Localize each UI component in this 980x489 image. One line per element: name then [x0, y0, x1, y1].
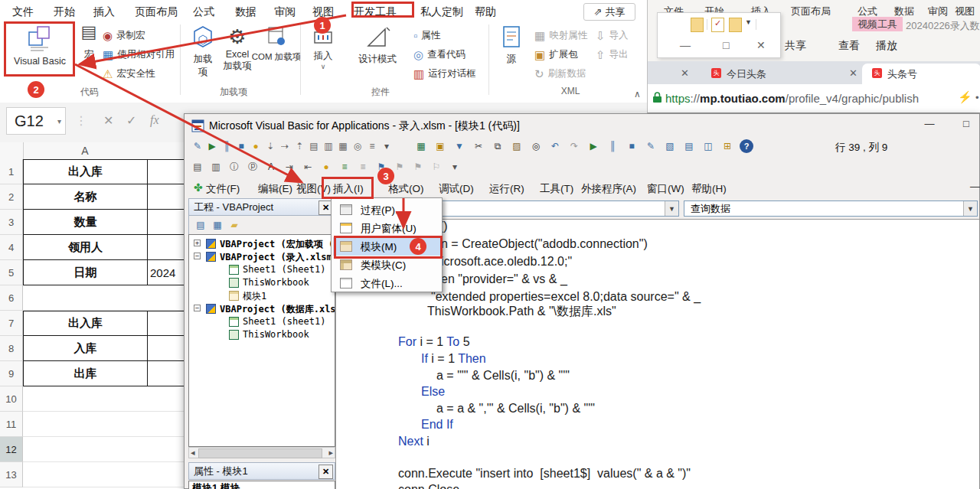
vba-toolbar-indent-icon[interactable]: ⇥	[283, 160, 296, 174]
video-tools-tab[interactable]: 视频工具	[852, 17, 903, 31]
vba-toolbar-design-mode-icon[interactable]: ✎	[644, 139, 658, 153]
vba-menu-run[interactable]: 运行(R)	[489, 182, 524, 196]
properties-panel-header[interactable]: 属性 - 模块1 ✕	[188, 462, 335, 480]
project-item-1[interactable]: −VBAProject (录入.xlsm)	[189, 250, 335, 263]
bg-app-tab-review[interactable]: 审阅	[928, 5, 948, 18]
vba-toolbar-complete-word-icon[interactable]: A	[264, 160, 278, 174]
excel-tab-custom[interactable]: 私人定制	[420, 5, 463, 19]
excel-tab-insert[interactable]: 插入	[93, 5, 115, 19]
maximize-icon[interactable]: □	[956, 118, 976, 133]
excel-tab-developer[interactable]: 开发工具	[354, 5, 397, 19]
cell-A9[interactable]: 出库	[23, 361, 148, 386]
share-button[interactable]: ⇗ 共享	[583, 3, 635, 21]
vba-toolbar-step-out-icon[interactable]: ⇡	[292, 139, 306, 153]
visual-basic-button[interactable]: Visual Basic	[5, 23, 75, 77]
row-header[interactable]: 5	[0, 260, 23, 285]
vba-menu-file[interactable]: 文件(F)	[206, 182, 240, 196]
cell-A10[interactable]	[23, 386, 148, 412]
vba-toolbar-view-code-icon[interactable]: ▤	[194, 218, 207, 232]
excel-tab-file[interactable]: 文件	[12, 5, 34, 19]
design-mode-button[interactable]: 设计模式	[346, 24, 409, 66]
vba-toolbar-view-object-icon[interactable]: ▦	[211, 218, 224, 232]
vba-toolbar-list-constants-icon[interactable]: ▥	[209, 160, 223, 174]
vba-menu-tools[interactable]: 工具(T)	[540, 182, 573, 196]
insert-menu-item-class-module[interactable]: 类模块(C)	[333, 256, 440, 274]
vba-toolbar-uncomment-block-icon[interactable]: ≡	[356, 160, 370, 174]
row-header[interactable]: 11	[0, 412, 23, 437]
select-all-corner[interactable]	[0, 142, 24, 159]
row-header[interactable]: 3	[0, 210, 23, 235]
vba-menu-debug[interactable]: 调试(D)	[439, 182, 474, 196]
cell-A6[interactable]	[23, 285, 148, 311]
view-code-button[interactable]: ◎ 查看代码	[413, 48, 466, 61]
expander-icon[interactable]: +	[194, 240, 201, 246]
vba-toolbar-toggle-breakpoint-icon[interactable]: ●	[319, 160, 333, 174]
project-item-7[interactable]: ThisWorkbook	[189, 328, 335, 341]
insert-menu-item-file[interactable]: 文件(L)...	[333, 274, 440, 292]
row-header[interactable]: 1	[0, 159, 23, 184]
record-macro-button[interactable]: ◉ 录制宏	[103, 29, 145, 42]
row-header[interactable]: 4	[0, 235, 23, 260]
vba-toolbar-design-mode-icon[interactable]: ✎	[191, 139, 204, 153]
excel-tab-review[interactable]: 审阅	[274, 5, 296, 19]
excel-tab-help[interactable]: 帮助	[475, 5, 496, 19]
cell-A11[interactable]	[23, 412, 148, 437]
row-header[interactable]: 10	[0, 386, 23, 412]
column-header-a[interactable]: A	[23, 145, 147, 157]
vba-toolbar-comment-block-icon[interactable]: ≡	[338, 160, 351, 174]
module-window-icon[interactable]: ✤	[194, 181, 203, 194]
project-item-3[interactable]: ThisWorkbook	[189, 276, 335, 289]
row-header[interactable]: 2	[0, 184, 23, 210]
vba-menu-insert[interactable]: 插入(I)	[333, 182, 364, 196]
xml-source-button[interactable]: 源	[495, 24, 528, 66]
excel-add-ins-button[interactable]: ⚙ Excel 加载项	[220, 24, 254, 73]
cell-A8[interactable]: 入库	[23, 336, 148, 361]
vba-toolbar-locals-window-icon[interactable]: ▤	[307, 139, 321, 153]
vba-toolbar-call-stack-icon[interactable]: ≡	[365, 139, 379, 153]
project-item-4[interactable]: 模块1	[189, 289, 335, 302]
tab-close-icon[interactable]: ✕	[849, 67, 858, 79]
properties-button[interactable]: ▫ 属性	[413, 29, 440, 42]
vba-toolbar-redo-icon[interactable]: ↷	[567, 139, 581, 153]
vba-toolbar-watch-window-icon[interactable]: ▦	[336, 139, 350, 153]
play-tab[interactable]: 播放	[876, 39, 897, 53]
vba-toolbar-more-icon[interactable]: ▾	[448, 160, 462, 174]
extension-bolt-icon[interactable]: ⚡	[958, 90, 972, 104]
vba-menu-format[interactable]: 格式(O)	[388, 182, 424, 196]
vba-menu-edit[interactable]: 编辑(E)	[258, 182, 292, 196]
vba-toolbar-save-icon[interactable]: ▼	[452, 139, 466, 153]
scroll-right-icon[interactable]: ▸	[328, 448, 333, 458]
project-item-2[interactable]: Sheet1 (Sheet1)	[189, 263, 335, 276]
browser-url-bar[interactable]: https://mp.toutiao.com/profile_v4/graphi…	[648, 84, 980, 112]
vba-toolbar-copy-icon[interactable]: ⧉	[491, 139, 505, 153]
export-button[interactable]: ⇧ 导出	[596, 48, 629, 61]
vba-toolbar-break-icon[interactable]: ║	[606, 139, 619, 153]
row-header[interactable]: 9	[0, 361, 23, 386]
cell-A13[interactable]	[23, 462, 148, 487]
chevron-down-icon[interactable]: ▼	[665, 201, 678, 216]
insert-menu-item-procedure[interactable]: 过程(P)...	[333, 200, 440, 219]
vba-toolbar-toolbox-icon[interactable]: ⊞	[720, 139, 734, 153]
vba-toolbar-immediate-window-icon[interactable]: ▥	[322, 139, 335, 153]
folder-icon[interactable]	[691, 18, 704, 32]
row-header[interactable]: 13	[0, 462, 23, 487]
add-ins-button[interactable]: 加载项	[186, 24, 220, 79]
tab-close-icon[interactable]: ✕	[681, 67, 689, 79]
browser-tab-toutiao[interactable]: 今日头条	[727, 67, 766, 81]
excel-tab-data[interactable]: 数据	[235, 5, 256, 19]
minimize-icon[interactable]: —	[920, 118, 939, 133]
macros-button[interactable]: ▤ 宏	[76, 26, 102, 75]
child-minimize-icon[interactable]: —	[970, 181, 980, 192]
vba-toolbar-properties-window-icon[interactable]: ▤	[682, 139, 696, 153]
insert-menu-item-userform[interactable]: 用户窗体(U)	[333, 219, 440, 237]
project-item-0[interactable]: +VBAProject (宏加载项 (	[189, 237, 335, 250]
cell-A1[interactable]: 出入库	[23, 159, 148, 184]
expander-icon[interactable]: −	[194, 305, 201, 311]
close-icon[interactable]: ✕	[318, 465, 333, 479]
chevron-down-icon[interactable]: ▼	[963, 201, 977, 216]
row-header[interactable]: 6	[0, 285, 23, 311]
import-button[interactable]: ⇩ 导入	[596, 29, 629, 42]
macro-security-button[interactable]: ⚠ 宏安全性	[103, 67, 155, 80]
vba-toolbar-parameter-info-icon[interactable]: ⓟ	[246, 160, 260, 174]
name-box[interactable]: G12 ▾	[6, 107, 66, 135]
